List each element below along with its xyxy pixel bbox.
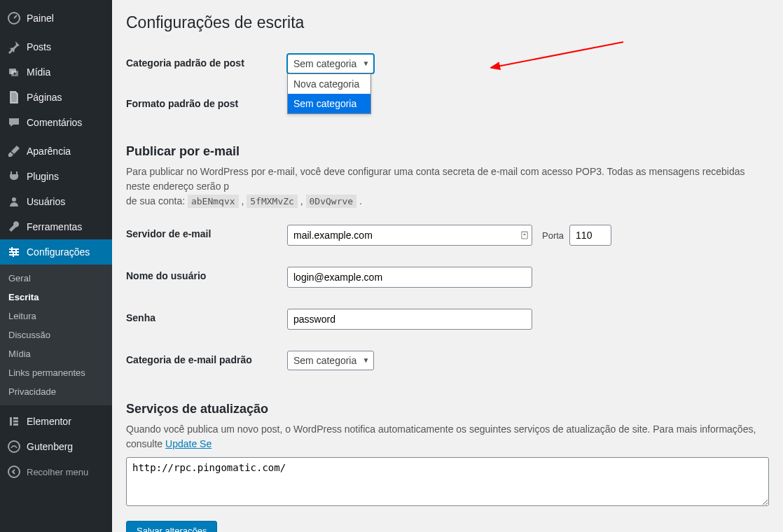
save-button[interactable]: Salvar alterações [126,521,217,532]
plug-icon [7,169,21,183]
menu-label: Painel [27,13,54,24]
writing-settings-table: Categoria padrão de post Sem categoria ▼… [126,43,769,123]
sidebar-item-posts[interactable]: Posts [0,34,112,59]
default-category-dropdown: Nova categoria Sem categoria [287,74,371,114]
svg-rect-5 [9,248,19,250]
chevron-down-icon: ▼ [362,354,369,368]
sidebar-item-elementor[interactable]: Elementor [0,409,112,434]
users-icon [7,195,21,209]
select-value: Sem categoria [293,57,356,71]
svg-rect-9 [15,250,17,254]
main-content: Configurações de escrita Categoria padrã… [112,0,783,532]
submenu-item-discussao[interactable]: Discussão [0,326,112,344]
submenu-item-geral[interactable]: Geral [0,269,112,288]
sidebar-item-aparencia[interactable]: Aparência [0,139,112,164]
menu-label: Configurações [27,246,90,258]
menu-label: Aparência [27,146,71,157]
sidebar-item-ferramentas[interactable]: Ferramentas [0,214,112,239]
submenu-item-privacidade[interactable]: Privacidade [0,382,112,401]
svg-rect-11 [10,417,12,426]
update-services-link[interactable]: Update Se [165,438,212,449]
menu-label: Gutenberg [27,441,73,452]
default-post-format-label: Formato padrão de post [126,84,280,123]
svg-rect-10 [13,253,14,257]
email-section-title: Publicar por e-mail [126,144,769,159]
sidebar-item-paginas[interactable]: Páginas [0,85,112,110]
mail-server-input[interactable] [287,225,532,246]
page-title: Configurações de escrita [126,7,769,43]
email-section-desc: Para publicar no WordPress por e-mail, v… [126,164,769,209]
svg-point-16 [8,466,20,477]
random-code-1: abENmqvx [188,195,239,208]
svg-rect-6 [9,251,19,253]
ping-sites-textarea[interactable] [126,457,769,506]
select-value: Sem categoria [293,354,356,368]
collapse-icon [7,465,21,479]
brush-icon [7,144,21,158]
mail-pass-label: Senha [126,298,280,340]
mail-login-label: Nome do usuário [126,256,280,298]
chevron-down-icon: ▼ [362,57,369,71]
menu-label: Posts [27,41,51,52]
submenu-item-escrita[interactable]: Escrita [0,288,112,307]
sidebar-item-usuarios[interactable]: Usuários [0,189,112,214]
dashboard-icon [7,11,21,25]
collapse-label: Recolher menu [27,467,88,477]
comments-icon [7,115,21,130]
svg-point-4 [12,197,16,202]
svg-rect-12 [13,417,18,419]
menu-label: Elementor [27,416,71,427]
admin-sidebar: Painel Posts Mídia Páginas Comentários A… [0,0,112,532]
svg-rect-13 [13,421,18,423]
sidebar-item-gutenberg[interactable]: Gutenberg [0,434,112,459]
svg-point-3 [13,72,15,74]
mail-port-input[interactable] [569,225,611,246]
dropdown-option-nova-categoria[interactable]: Nova categoria [288,74,370,94]
menu-label: Comentários [27,117,82,128]
email-category-select[interactable]: Sem categoria ▼ [287,351,374,370]
update-services-desc: Quando você publica um novo post, o Word… [126,422,769,451]
update-services-title: Serviços de atualização [126,402,769,416]
dropdown-option-sem-categoria[interactable]: Sem categoria [288,94,370,113]
mail-server-label: Servidor de e-mail [126,214,280,256]
pin-icon [7,40,21,54]
menu-label: Plugins [27,171,59,182]
sidebar-item-plugins[interactable]: Plugins [0,164,112,189]
email-category-label: Categoria de e-mail padrão [126,340,280,381]
submenu-item-leitura[interactable]: Leitura [0,307,112,326]
menu-label: Páginas [27,92,62,103]
random-code-2: 5fMXMvZc [247,195,298,208]
mail-login-input[interactable] [287,267,532,288]
elementor-icon [7,414,21,428]
svg-rect-14 [13,424,18,426]
default-category-label: Categoria padrão de post [126,43,280,84]
gutenberg-icon [7,440,21,454]
media-icon [7,65,21,79]
email-settings-table: Servidor de e-mail Porta Nome do usuário… [126,214,769,381]
sidebar-item-configuracoes[interactable]: Configurações [0,239,112,265]
menu-label: Mídia [27,66,50,78]
sidebar-item-comentarios[interactable]: Comentários [0,110,112,135]
port-label: Porta [542,230,564,241]
random-code-3: 0DvQwrve [306,195,357,208]
menu-label: Ferramentas [27,221,82,232]
mail-pass-input[interactable] [287,309,532,330]
page-icon [7,90,21,104]
sidebar-item-midia[interactable]: Mídia [0,59,112,85]
svg-rect-8 [11,247,13,251]
sidebar-item-painel[interactable]: Painel [0,6,112,31]
svg-point-15 [8,441,20,452]
settings-submenu: Geral Escrita Leitura Discussão Mídia Li… [0,265,112,405]
default-category-select[interactable]: Sem categoria ▼ [287,54,374,74]
submenu-item-links-permanentes[interactable]: Links permanentes [0,363,112,382]
settings-icon [7,245,21,259]
collapse-menu-button[interactable]: Recolher menu [0,459,112,484]
menu-label: Usuários [27,196,65,207]
submenu-item-midia[interactable]: Mídia [0,344,112,363]
tools-icon [7,220,21,234]
